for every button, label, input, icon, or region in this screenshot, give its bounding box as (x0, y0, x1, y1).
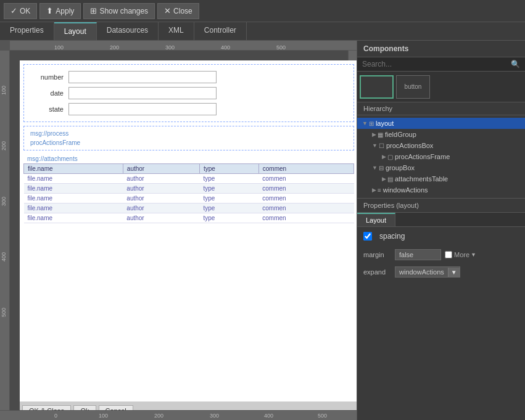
spacing-checkbox[interactable] (363, 232, 372, 241)
apply-button[interactable]: ⬆ Apply (39, 3, 81, 19)
tree-arrow-groupBox[interactable]: ▼ (372, 165, 378, 171)
tabs-bar: PropertiesLayoutDatasourcesXMLController (0, 22, 525, 41)
number-input[interactable] (68, 71, 217, 83)
expand-dropdown-arrow[interactable]: ▼ (448, 268, 460, 277)
tree-item-attachmentsTable[interactable]: ▶▤attachmentsTable (357, 173, 525, 184)
ruler-mark-4: 500 (276, 44, 286, 51)
table-cell-r1-c0: file.name (24, 184, 123, 194)
col-comment: commen (258, 164, 353, 174)
grid-icon: ⊞ (369, 120, 374, 127)
comp-thumb-1[interactable]: button (396, 75, 430, 99)
properties-tabs: Layout (357, 213, 525, 227)
frame-icon: ▢ (387, 154, 393, 160)
process-label: msg://process (27, 129, 351, 138)
spacing-label: spacing (379, 232, 405, 241)
date-label: date (31, 89, 68, 97)
tree-item-layout[interactable]: ▼⊞layout (357, 118, 525, 129)
show-changes-button[interactable]: ⊞ Show changes (83, 3, 155, 19)
tree-arrow-procActionsFrame[interactable]: ▶ (382, 154, 386, 160)
table-cell-r4-c0: file.name (24, 213, 123, 223)
main-area: 100 200 300 400 500 100 200 300 400 500 (0, 41, 525, 420)
actions-icon: ≡ (378, 187, 381, 194)
date-input[interactable] (68, 87, 217, 99)
table-cell-r0-c3: commen (258, 174, 353, 184)
close-button[interactable]: ✕ Close (157, 3, 199, 19)
date-field-row: date (31, 87, 346, 99)
canvas-area: 100 200 300 400 500 100 200 300 400 500 (0, 41, 357, 420)
table-cell-r2-c2: type (200, 194, 259, 204)
tab-controller[interactable]: Controller (194, 22, 247, 40)
table-cell-r3-c0: file.name (24, 204, 123, 213)
more-wrapper: More ▼ (445, 251, 476, 258)
tree-label-groupBox: groupBox (386, 164, 415, 171)
components-header: Components (357, 41, 525, 57)
table-cell-r2-c1: author (123, 194, 199, 204)
tree-label-attachmentsTable: attachmentsTable (395, 175, 448, 183)
spacing-row: spacing (363, 232, 519, 241)
tab-properties[interactable]: Properties (0, 22, 54, 40)
search-bar: 🔍 (357, 57, 525, 72)
ruler-vertical: 100 200 300 400 500 (0, 51, 10, 410)
process-section: msg://process procActionsFrame (23, 126, 354, 150)
bottom-ruler-400: 400 (264, 413, 273, 419)
tree-label-layout: layout (376, 120, 394, 127)
field-group-section: number date state (23, 64, 354, 122)
tree-item-fieldGroup[interactable]: ▶▦fieldGroup (357, 129, 525, 140)
more-button[interactable]: More ▼ (454, 251, 476, 258)
tree-item-procActionsFrame[interactable]: ▶▢procActionsFrame (357, 151, 525, 162)
close-icon: ✕ (164, 6, 171, 15)
tree-item-procActionsBox[interactable]: ▼☐procActionsBox (357, 140, 525, 151)
tree-arrow-procActionsBox[interactable]: ▼ (372, 142, 378, 149)
more-checkbox[interactable] (445, 251, 452, 258)
tab-xml[interactable]: XML (159, 22, 194, 40)
number-label: number (31, 73, 68, 81)
right-panel: Components 🔍 button Hierarchy ▼⊞layout▶▦… (357, 41, 525, 420)
box-icon: ☐ (379, 142, 384, 149)
tree-label-procActionsBox: procActionsBox (386, 142, 433, 149)
table-cell-r1-c3: commen (258, 184, 353, 194)
tree-item-groupBox[interactable]: ▼⊟groupBox (357, 162, 525, 173)
bottom-ruler-100: 100 (99, 413, 108, 419)
table-cell-r2-c3: commen (258, 194, 353, 204)
margin-input[interactable] (395, 249, 441, 260)
search-input[interactable] (362, 60, 508, 68)
ruler-horizontal: 100 200 300 400 500 (0, 41, 357, 51)
table-row: file.nameauthortypecommen (24, 204, 354, 213)
design-canvas[interactable]: number date state msg://process pr (20, 60, 357, 420)
state-field-row: state (31, 103, 346, 115)
tree-item-windowActions[interactable]: ▶≡windowActions (357, 184, 525, 196)
col-author: author (123, 164, 199, 174)
table-body: file.nameauthortypecommenfile.nameauthor… (24, 174, 354, 223)
table-cell-r0-c0: file.name (24, 174, 123, 184)
table-row: file.nameauthortypecommen (24, 184, 354, 194)
properties-panel: Properties (layout) Layout spacing margi… (357, 198, 525, 420)
tree-arrow-windowActions[interactable]: ▶ (372, 187, 376, 193)
ruler-bottom: 0 100 200 300 400 500 (0, 410, 357, 420)
attachments-label: msg://attachments (23, 154, 354, 163)
ruler-mark-0: 100 (54, 44, 64, 51)
chevron-down-icon: ▼ (471, 252, 476, 258)
proc-actions-frame-label: procActionsFrame (27, 138, 351, 147)
expand-select[interactable]: windowActions ▼ (395, 266, 460, 278)
diff-icon: ⊞ (90, 6, 97, 15)
tree-arrow-layout[interactable]: ▼ (362, 120, 368, 126)
expand-value: windowActions (395, 267, 448, 277)
state-input[interactable] (68, 103, 217, 115)
properties-content: spacing margin More ▼ ex (357, 227, 525, 420)
ruler-mark-3: 400 (221, 44, 230, 51)
col-type: type (200, 164, 259, 174)
toolbar: ✓ OK ⬆ Apply ⊞ Show changes ✕ Close (0, 0, 525, 22)
tab-layout[interactable]: Layout (357, 213, 395, 226)
ok-button[interactable]: ✓ OK (4, 3, 37, 19)
expand-label: expand (363, 268, 391, 276)
tree-arrow-attachmentsTable[interactable]: ▶ (382, 176, 386, 182)
hierarchy-section-header: Hierarchy (357, 102, 525, 115)
tab-datasources[interactable]: Datasources (97, 22, 159, 40)
bottom-ruler-200: 200 (154, 413, 163, 419)
tree-arrow-fieldGroup[interactable]: ▶ (372, 131, 376, 138)
tab-layout[interactable]: Layout (54, 22, 97, 40)
table-cell-r1-c1: author (123, 184, 199, 194)
bottom-ruler-300: 300 (210, 413, 219, 419)
comp-thumb-0[interactable] (360, 75, 394, 99)
ruler-mark-2: 300 (165, 44, 175, 51)
